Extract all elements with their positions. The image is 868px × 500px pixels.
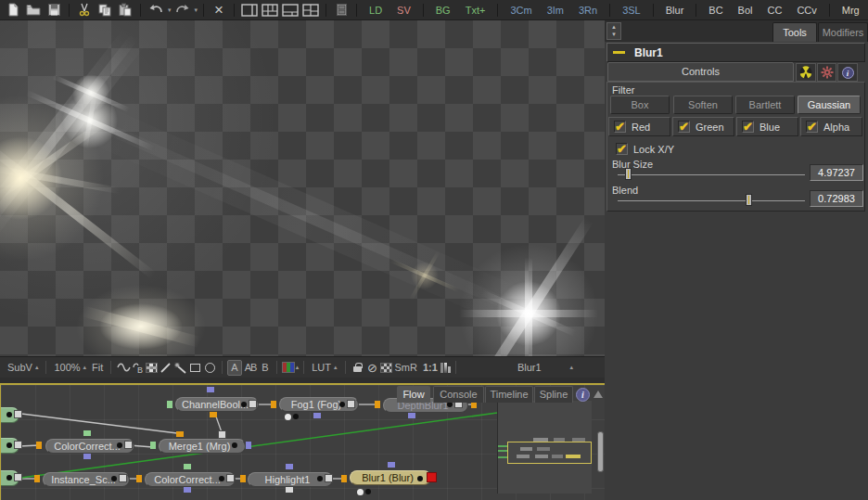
fg-connector[interactable] <box>184 464 191 469</box>
input-connector[interactable] <box>271 401 276 408</box>
viewed-tool-selector[interactable]: Blur1 <box>515 359 544 376</box>
tab-spline[interactable]: Spline <box>534 386 573 403</box>
paint-brush-icon[interactable] <box>172 360 187 375</box>
output-connector[interactable] <box>124 441 133 449</box>
channel-blue-checkbox[interactable]: ✔ Blue <box>736 117 798 136</box>
info-icon[interactable]: i <box>837 63 858 82</box>
gain-gamma-bars-icon[interactable] <box>440 363 451 373</box>
tool-spotlight-button[interactable]: 3SL <box>616 2 647 19</box>
flow-info-icon[interactable]: i <box>576 388 590 402</box>
filter-bartlett-button[interactable]: Bartlett <box>735 96 795 114</box>
blend-value[interactable]: 0.72983 <box>810 190 863 207</box>
tool-background-button[interactable]: BG <box>429 2 457 19</box>
radiation-icon[interactable] <box>796 63 816 82</box>
layout-split-bottom-icon[interactable] <box>281 2 300 19</box>
redo-dropdown-arrow[interactable]: ▾ <box>195 6 198 14</box>
minimap-view-rect[interactable] <box>507 442 592 464</box>
output-connector[interactable] <box>14 441 22 449</box>
copy-icon[interactable] <box>96 2 114 19</box>
output-connector[interactable] <box>14 410 22 418</box>
buffer-a-button[interactable]: A <box>227 360 241 376</box>
bg-connector[interactable] <box>176 431 184 437</box>
paste-icon[interactable] <box>116 2 134 19</box>
flow-vertical-scrollbar[interactable] <box>597 431 604 472</box>
flow-panel[interactable]: ChannelBool... Fog1 (Fog) DepthBlur1 Col… <box>0 383 605 500</box>
rectangle-tool-icon[interactable] <box>187 360 202 375</box>
blur-size-value[interactable]: 4.97237 <box>810 164 863 181</box>
tool-renderer3d-button[interactable]: 3Rn <box>572 2 604 19</box>
input-connector[interactable] <box>34 475 40 482</box>
buffer-b-button[interactable]: B <box>259 359 271 376</box>
mask-connector[interactable] <box>184 487 191 493</box>
mask-connector[interactable] <box>313 413 321 418</box>
output-connector[interactable] <box>347 400 355 408</box>
tab-controls[interactable]: Controls <box>607 62 794 82</box>
viewer-canvas[interactable] <box>0 20 605 356</box>
subview-selector[interactable]: SubV▴ <box>5 359 41 376</box>
mask-connector[interactable] <box>286 464 293 469</box>
channel-dropdown-arrow[interactable]: ▴ <box>296 364 300 371</box>
input-connector[interactable] <box>167 401 172 408</box>
panel-spinner[interactable]: ▲▼ <box>606 22 621 40</box>
flow-navigator[interactable] <box>497 401 592 494</box>
fg-connector[interactable] <box>83 430 91 436</box>
input-connector[interactable] <box>341 475 347 482</box>
tool-channelbooleans-button[interactable]: Bol <box>732 2 760 19</box>
lock-icon[interactable] <box>351 360 365 375</box>
save-icon[interactable] <box>45 2 63 19</box>
tool-loader-button[interactable]: LD <box>363 2 389 19</box>
output-connector[interactable] <box>249 400 257 408</box>
channel-green-checkbox[interactable]: ✔ Green <box>672 117 734 136</box>
tool-colorcorrector-button[interactable]: CC <box>760 2 788 19</box>
undo-icon[interactable] <box>147 2 165 19</box>
layout-quad-icon[interactable] <box>301 2 320 19</box>
panel-resize-arrow[interactable] <box>594 391 603 398</box>
blur-size-slider-handle[interactable] <box>625 168 632 180</box>
tool-blur-button[interactable]: Blur <box>659 2 691 19</box>
ellipse-tool-icon[interactable] <box>202 360 217 375</box>
tab-modifiers[interactable]: Modifiers <box>818 22 868 42</box>
delete-icon[interactable]: × <box>210 2 228 19</box>
tool-imageplane3d-button[interactable]: 3Im <box>541 2 570 19</box>
blend-slider-handle[interactable] <box>746 194 752 206</box>
cut-icon[interactable] <box>75 2 94 19</box>
pixel-ratio-button[interactable]: 1:1 <box>420 359 440 376</box>
output-connector[interactable] <box>226 474 235 482</box>
viewed-tool-dropdown-arrow[interactable]: ▴ <box>570 364 574 371</box>
transparency-checker-icon[interactable] <box>380 363 392 373</box>
mask-connector[interactable] <box>207 387 214 392</box>
smooth-resize-button[interactable]: SmR <box>392 359 420 376</box>
output-connector[interactable] <box>325 474 333 482</box>
input-connector[interactable] <box>240 475 246 482</box>
tool-camera3d-button[interactable]: 3Cm <box>504 2 538 19</box>
line-tool-icon[interactable] <box>158 360 172 375</box>
viewed-output-connector[interactable] <box>427 472 437 482</box>
filter-gaussian-button[interactable]: Gaussian <box>798 96 861 114</box>
gear-icon[interactable] <box>817 63 836 82</box>
spline-wave-icon[interactable] <box>116 360 131 375</box>
tab-flow[interactable]: Flow <box>397 386 430 403</box>
tab-tools[interactable]: Tools <box>772 22 817 42</box>
node-instance-scale[interactable]: Instance_Sc... <box>43 472 130 487</box>
tab-timeline[interactable]: Timeline <box>485 386 533 403</box>
roi-icon[interactable]: ⊘ <box>365 360 380 375</box>
fit-button[interactable]: Fit <box>89 359 106 376</box>
node-header[interactable]: Blur1 <box>606 43 865 62</box>
redo-icon[interactable] <box>173 2 192 19</box>
blend-slider-track[interactable] <box>618 200 805 201</box>
input-connector[interactable] <box>136 475 142 482</box>
new-document-icon[interactable] <box>4 2 22 19</box>
aux-connector[interactable] <box>286 487 293 493</box>
tool-brightnesscontrast-button[interactable]: BC <box>702 2 729 19</box>
undo-dropdown-arrow[interactable]: ▾ <box>168 6 172 14</box>
mask-connector[interactable] <box>388 462 395 468</box>
zoom-selector[interactable]: 100%▴ <box>51 359 89 376</box>
output-connector[interactable] <box>119 474 127 482</box>
tool-saver-button[interactable]: SV <box>390 2 417 19</box>
input-connector[interactable] <box>375 401 380 408</box>
input-connector[interactable] <box>150 442 156 449</box>
dissolve-gradient-icon[interactable] <box>146 363 158 373</box>
roto-b-spline-icon[interactable]: B <box>131 360 146 375</box>
channel-rgb-icon[interactable] <box>282 362 295 373</box>
collapse-dash-icon[interactable] <box>613 51 625 54</box>
